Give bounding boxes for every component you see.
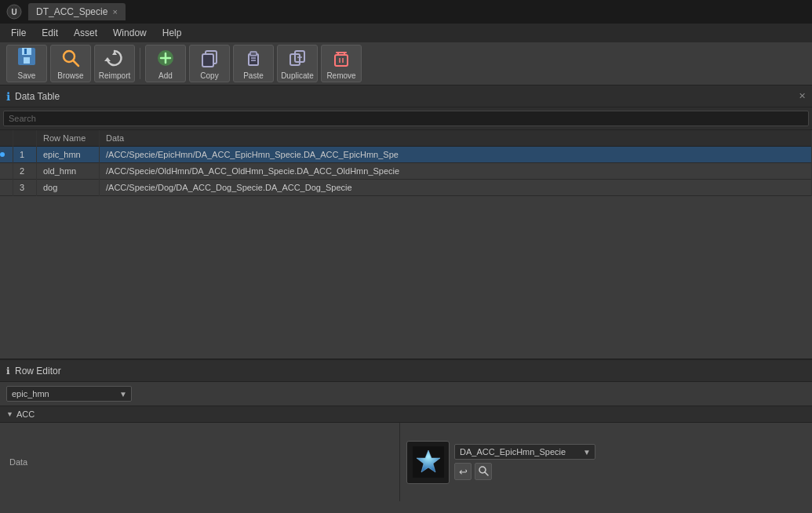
tab[interactable]: DT_ACC_Specie × [28, 3, 126, 20]
row-data-cell: /ACC/Specie/EpicHmn/DA_ACC_EpicHmn_Speci… [100, 147, 812, 163]
row-editor-info-icon: ℹ [6, 366, 10, 377]
svg-marker-8 [104, 57, 111, 61]
asset-selector-wrapper: DA_ACC_EpicHmn_Specie ▼ [454, 444, 595, 460]
toolbar: Save Browse Reimport [0, 42, 812, 86]
reimport-label: Reimport [99, 71, 131, 80]
paste-icon [243, 48, 264, 70]
asset-back-icon: ↩ [459, 466, 468, 478]
acc-expand-icon: ▼ [6, 410, 13, 418]
duplicate-button[interactable]: Duplicate [277, 45, 318, 82]
acc-label-col: Data [0, 423, 400, 501]
save-icon [16, 46, 37, 71]
section-title: Data Table [15, 91, 60, 102]
menu-bar: File Edit Asset Window Help [0, 24, 812, 42]
menu-asset[interactable]: Asset [66, 25, 105, 41]
copy-label: Copy [200, 71, 218, 80]
row-data-cell: /ACC/Specie/OldHmn/DA_ACC_OldHmn_Specie.… [100, 163, 812, 180]
col-num [13, 130, 37, 147]
add-button[interactable]: Add [145, 45, 186, 82]
copy-icon [199, 48, 220, 70]
table-row[interactable]: 3dog/ACC/Specie/Dog/DA_ACC_Dog_Specie.DA… [0, 180, 812, 196]
asset-search-button[interactable] [475, 463, 492, 480]
remove-label: Remove [326, 71, 355, 80]
table-row[interactable]: 2old_hmn/ACC/Specie/OldHmn/DA_ACC_OldHmn… [0, 163, 812, 180]
svg-line-31 [485, 472, 488, 475]
acc-body: Data [0, 423, 812, 501]
col-row-name: Row Name [37, 130, 100, 147]
title-bar: U DT_ACC_Specie × [0, 0, 812, 24]
acc-value-col: DA_ACC_EpicHmn_Specie ▼ ↩ [400, 423, 812, 501]
asset-selector[interactable]: DA_ACC_EpicHmn_Specie [454, 444, 595, 460]
copy-button[interactable]: Copy [189, 45, 230, 82]
toolbar-separator-1 [140, 48, 140, 79]
svg-line-7 [73, 60, 78, 66]
row-number: 3 [13, 180, 37, 196]
section-header: ℹ Data Table ✕ [0, 86, 812, 107]
svg-rect-13 [202, 54, 213, 67]
table-row[interactable]: 1epic_hmn/ACC/Specie/EpicHmn/DA_ACC_Epic… [0, 147, 812, 163]
row-number: 2 [13, 163, 37, 180]
upper-panel: ℹ Data Table ✕ Row Name Data 1epic_h [0, 86, 812, 360]
tab-label: DT_ACC_Specie [36, 6, 107, 17]
asset-controls: DA_ACC_EpicHmn_Specie ▼ ↩ [454, 444, 595, 480]
browse-label: Browse [57, 71, 83, 80]
browse-icon [60, 48, 81, 70]
svg-rect-5 [24, 49, 27, 54]
reimport-button[interactable]: Reimport [94, 45, 135, 82]
tab-close-button[interactable]: × [112, 7, 117, 16]
asset-thumbnail [406, 441, 450, 484]
row-name-cell: epic_hmn [37, 147, 100, 163]
asset-search-icon [478, 465, 489, 478]
main-area: ℹ Data Table ✕ Row Name Data 1epic_h [0, 86, 812, 513]
duplicate-icon [287, 48, 308, 70]
star-asset-icon [413, 446, 444, 478]
col-indicator [0, 130, 13, 147]
svg-rect-22 [335, 55, 348, 66]
section-close-button[interactable]: ✕ [799, 91, 806, 101]
paste-button[interactable]: Paste [233, 45, 274, 82]
acc-title: ACC [16, 409, 35, 419]
row-editor-header: ℹ Row Editor [0, 360, 812, 382]
svg-rect-4 [24, 57, 30, 64]
save-button[interactable]: Save [6, 45, 47, 82]
add-icon [155, 48, 176, 70]
acc-data-label: Data [9, 457, 27, 467]
search-input[interactable] [3, 111, 809, 126]
remove-button[interactable]: Remove [321, 45, 362, 82]
asset-action-btns: ↩ [454, 463, 595, 480]
data-table: Row Name Data 1epic_hmn/ACC/Specie/EpicH… [0, 130, 812, 196]
browse-button[interactable]: Browse [50, 45, 91, 82]
row-name-cell: dog [37, 180, 100, 196]
save-label: Save [18, 71, 36, 80]
asset-back-button[interactable]: ↩ [454, 463, 472, 480]
menu-window[interactable]: Window [105, 25, 155, 41]
table-container: Row Name Data 1epic_hmn/ACC/Specie/EpicH… [0, 130, 812, 196]
row-selector[interactable]: epic_hmn old_hmn dog [6, 386, 132, 402]
search-bar [0, 107, 812, 130]
row-editor-title: Row Editor [15, 366, 61, 377]
menu-help[interactable]: Help [155, 25, 190, 41]
svg-rect-15 [250, 52, 257, 56]
svg-text:U: U [11, 8, 16, 16]
menu-file[interactable]: File [3, 25, 34, 41]
section-info-icon: ℹ [6, 90, 10, 103]
remove-icon [331, 48, 351, 70]
lower-panel: ℹ Row Editor epic_hmn old_hmn dog ▼ ▼ AC… [0, 360, 812, 513]
row-number: 1 [13, 147, 37, 163]
ue-logo: U [6, 4, 22, 20]
duplicate-label: Duplicate [281, 71, 314, 80]
row-selector-bar: epic_hmn old_hmn dog ▼ [0, 382, 812, 406]
col-data: Data [100, 130, 812, 147]
acc-header[interactable]: ▼ ACC [0, 406, 812, 423]
row-data-cell: /ACC/Specie/Dog/DA_ACC_Dog_Specie.DA_ACC… [100, 180, 812, 196]
paste-label: Paste [243, 71, 264, 80]
row-name-cell: old_hmn [37, 163, 100, 180]
reimport-icon [104, 48, 125, 70]
row-selector-wrapper: epic_hmn old_hmn dog ▼ [6, 386, 132, 402]
menu-edit[interactable]: Edit [34, 25, 66, 41]
acc-section: ▼ ACC Data [0, 406, 812, 513]
table-body: 1epic_hmn/ACC/Specie/EpicHmn/DA_ACC_Epic… [0, 147, 812, 196]
add-label: Add [158, 71, 173, 80]
